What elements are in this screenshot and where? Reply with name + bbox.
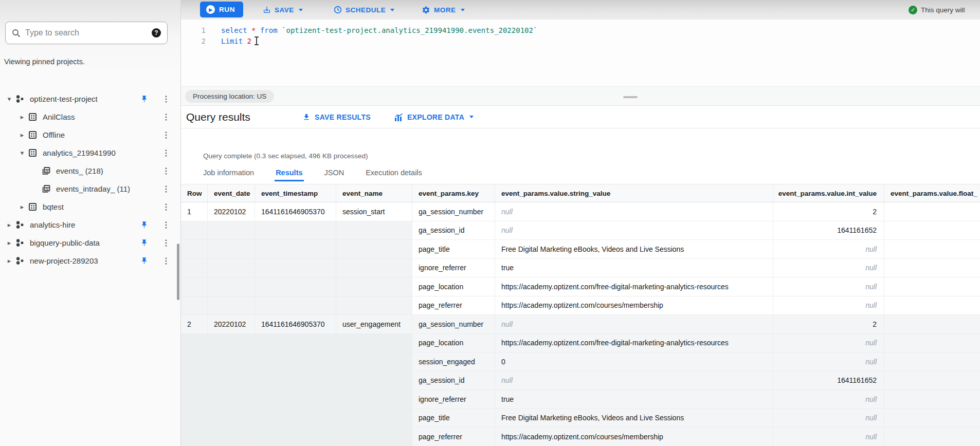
cell-int-value: 1641161652 bbox=[773, 221, 884, 240]
cell-event_timestamp bbox=[255, 240, 336, 259]
tab-results[interactable]: Results bbox=[275, 166, 303, 181]
cell-float-value bbox=[884, 277, 980, 296]
chevron-collapsed-icon[interactable]: ▸ bbox=[3, 239, 15, 247]
cell-event_name bbox=[336, 409, 412, 428]
cell-param-key: ignore_referrer bbox=[412, 259, 495, 278]
cell-int-value: null bbox=[773, 277, 884, 296]
panel-resize-handle[interactable] bbox=[623, 96, 638, 98]
cell-float-value bbox=[884, 371, 980, 391]
item-menu-icon[interactable]: ⋮ bbox=[162, 167, 169, 175]
project-icon bbox=[15, 95, 27, 103]
tree-item-label: analytics_219941990 bbox=[43, 148, 162, 157]
cell-event_date bbox=[208, 240, 255, 259]
tree-item-label: bqtest bbox=[43, 202, 162, 211]
code-token: `optizent-test-project.analytics_2199419… bbox=[282, 26, 537, 34]
search-box[interactable]: ? bbox=[5, 22, 168, 44]
tree-item-anilclass[interactable]: ▸AnilClass⋮ bbox=[0, 108, 180, 126]
table-row: ga_session_idnull1641161652 bbox=[181, 221, 980, 240]
more-button[interactable]: MORE bbox=[422, 0, 465, 20]
tree-item-analytics-hire[interactable]: ▸analytics-hire⋮ bbox=[0, 216, 180, 234]
sidebar-scrollbar-thumb[interactable] bbox=[177, 244, 179, 300]
chevron-expanded-icon[interactable]: ▾ bbox=[16, 149, 28, 157]
cell-event_date: 20220102 bbox=[208, 202, 255, 221]
tree-item-analytics-219941990[interactable]: ▾analytics_219941990⋮ bbox=[0, 144, 180, 162]
cell-float-value bbox=[884, 240, 980, 259]
code-token bbox=[247, 26, 251, 34]
help-icon[interactable]: ? bbox=[152, 28, 161, 38]
pin-icon[interactable] bbox=[140, 239, 149, 247]
item-menu-icon[interactable]: ⋮ bbox=[162, 257, 169, 265]
tree-item-offline[interactable]: ▸Offline⋮ bbox=[0, 126, 180, 144]
item-menu-icon[interactable]: ⋮ bbox=[162, 185, 169, 193]
chevron-collapsed-icon[interactable]: ▸ bbox=[3, 257, 15, 265]
tree-item-bqtest[interactable]: ▸bqtest⋮ bbox=[0, 198, 180, 216]
cell-event_date bbox=[208, 259, 255, 278]
cell-event_name bbox=[336, 334, 412, 353]
chevron-expanded-icon[interactable]: ▾ bbox=[3, 95, 15, 103]
schedule-button[interactable]: SCHEDULE bbox=[334, 0, 394, 20]
column-header-row: Row bbox=[181, 184, 208, 202]
pin-icon[interactable] bbox=[140, 221, 149, 229]
tree-item-bigquery-public-data[interactable]: ▸bigquery-public-data⋮ bbox=[0, 234, 180, 252]
run-button[interactable]: ▶ RUN bbox=[200, 2, 243, 17]
item-menu-icon[interactable]: ⋮ bbox=[162, 203, 169, 211]
code-token bbox=[256, 26, 260, 34]
item-menu-icon[interactable]: ⋮ bbox=[162, 239, 169, 247]
processing-location-chip[interactable]: Processing location: US bbox=[185, 90, 274, 103]
chevron-collapsed-icon[interactable]: ▸ bbox=[16, 131, 28, 139]
table-row: 1202201021641161646905370session_startga… bbox=[181, 202, 980, 221]
tree-item-new-project-289203[interactable]: ▸new-project-289203⋮ bbox=[0, 252, 180, 270]
cell-param-key: page_referrer bbox=[412, 428, 495, 446]
clock-icon bbox=[334, 6, 342, 14]
tab-execution-details[interactable]: Execution details bbox=[365, 166, 423, 181]
cell-float-value bbox=[884, 296, 980, 315]
project-icon bbox=[15, 220, 27, 229]
cell-string-value: null bbox=[495, 315, 773, 334]
tree-item-events-intraday-11[interactable]: events_intraday_ (11)⋮ bbox=[0, 180, 180, 198]
save-button[interactable]: SAVE bbox=[263, 0, 303, 20]
pin-icon[interactable] bbox=[140, 257, 149, 265]
search-input[interactable] bbox=[25, 28, 147, 38]
chevron-collapsed-icon[interactable]: ▸ bbox=[16, 203, 28, 211]
tree-item-label: Offline bbox=[43, 131, 162, 139]
table-row: page_locationhttps://academy.optizent.co… bbox=[181, 277, 980, 296]
code-line: 2Limit 2 bbox=[181, 35, 980, 46]
line-number: 1 bbox=[181, 26, 206, 34]
cell-float-value bbox=[884, 202, 980, 221]
item-menu-icon[interactable]: ⋮ bbox=[162, 113, 169, 121]
item-menu-icon[interactable]: ⋮ bbox=[162, 221, 169, 229]
explore-data-button[interactable]: EXPLORE DATA bbox=[394, 113, 474, 121]
cell-event_timestamp: 1641161646905370 bbox=[255, 202, 336, 221]
tree-item-events-218[interactable]: events_ (218)⋮ bbox=[0, 162, 180, 180]
cell-string-value: true bbox=[495, 259, 773, 278]
chevron-collapsed-icon[interactable]: ▸ bbox=[3, 221, 15, 229]
cell-string-value: 0 bbox=[495, 352, 773, 371]
tree-item-label: bigquery-public-data bbox=[30, 238, 140, 247]
results-table-body: 1202201021641161646905370session_startga… bbox=[181, 202, 980, 446]
tab-job-information[interactable]: Job information bbox=[202, 166, 255, 181]
item-menu-icon[interactable]: ⋮ bbox=[162, 95, 169, 103]
tree-item-label: events_intraday_ (11) bbox=[56, 184, 162, 193]
tree-item-label: AnilClass bbox=[43, 113, 162, 121]
cell-event_name bbox=[336, 296, 412, 315]
check-circle-icon: ✓ bbox=[909, 6, 917, 14]
table-row: page_referrerhttps://academy.optizent.co… bbox=[181, 296, 980, 315]
cell-string-value: https://academy.optizent.com/courses/mem… bbox=[495, 428, 773, 446]
sql-editor[interactable]: 1select * from `optizent-test-project.an… bbox=[181, 20, 980, 86]
cell-int-value: null bbox=[773, 334, 884, 353]
cell-row bbox=[181, 334, 208, 353]
item-menu-icon[interactable]: ⋮ bbox=[162, 131, 169, 139]
chevron-collapsed-icon[interactable]: ▸ bbox=[16, 113, 28, 121]
cell-event_date: 20220102 bbox=[208, 315, 255, 334]
table-row: page_locationhttps://academy.optizent.co… bbox=[181, 334, 980, 353]
bar-chart-icon bbox=[394, 113, 403, 121]
save-results-button[interactable]: SAVE RESULTS bbox=[302, 113, 371, 121]
cell-event_date bbox=[208, 334, 255, 353]
cell-param-key: ignore_referrer bbox=[412, 390, 495, 409]
tree-item-optizent-test-project[interactable]: ▾optizent-test-project⋮ bbox=[0, 90, 180, 108]
item-menu-icon[interactable]: ⋮ bbox=[162, 149, 169, 157]
tab-json[interactable]: JSON bbox=[323, 166, 346, 181]
cell-row: 1 bbox=[181, 202, 208, 221]
cell-event_timestamp bbox=[255, 259, 336, 278]
pin-icon[interactable] bbox=[140, 95, 149, 103]
